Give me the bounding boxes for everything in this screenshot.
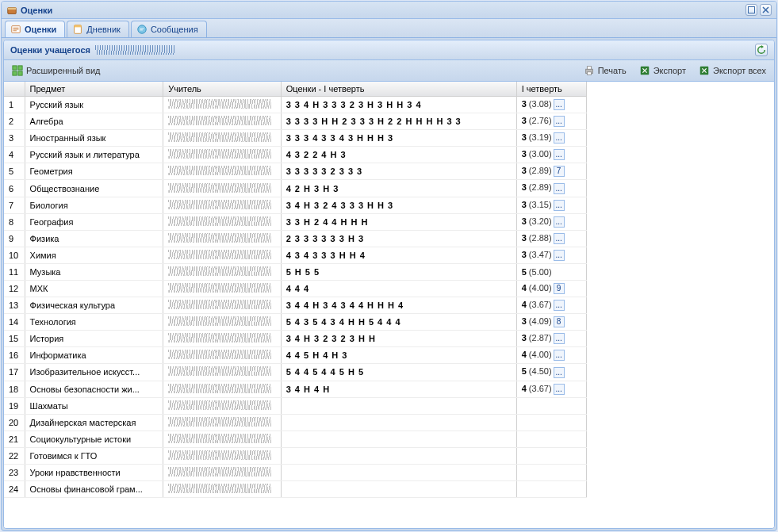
table-row[interactable]: 10Химия4 3 4 3 3 3 Н Н 43 (3.47)...: [4, 247, 587, 263]
col-teacher-header[interactable]: Учитель: [163, 82, 282, 97]
expand-icon: [12, 65, 23, 76]
table-row[interactable]: 21Социокультурные истоки: [4, 431, 587, 447]
table-row[interactable]: 17Изобразительное искусст...5 4 4 5 4 4 …: [4, 364, 587, 381]
row-number: 22: [4, 447, 25, 464]
tab-messages[interactable]: Сообщения: [131, 21, 207, 37]
teacher-cell: [163, 480, 282, 497]
quarter-extra-button[interactable]: ...: [554, 149, 565, 160]
subject-cell: История: [25, 331, 163, 347]
quarter-extra-button[interactable]: ...: [554, 233, 565, 244]
close-button[interactable]: [760, 4, 772, 16]
table-row[interactable]: 9Физика2 3 3 3 3 3 3 Н 33 (2.88)...: [4, 230, 587, 247]
quarter-extra-button[interactable]: ...: [554, 250, 565, 261]
teacher-name-obscured: [168, 266, 271, 276]
panel-title: Оценки учащегося: [10, 45, 90, 55]
table-row[interactable]: 3Иностранный язык3 3 3 4 3 3 4 3 Н Н Н 3…: [4, 130, 587, 147]
toolbar: Расширенный вид Печать Экспорт Экспорт в: [4, 60, 774, 82]
quarter-extra-button[interactable]: 8: [554, 316, 565, 327]
table-row[interactable]: 6Обществознание4 2 Н 3 Н 33 (2.89)...: [4, 180, 587, 197]
table-row[interactable]: 2Алгебра3 3 3 3 Н Н 2 3 3 3 Н 2 2 Н Н Н …: [4, 113, 587, 130]
quarter-extra-button[interactable]: ...: [554, 367, 565, 378]
teacher-name-obscured: [168, 200, 271, 209]
quarter-extra-button[interactable]: ...: [554, 183, 565, 194]
table-row[interactable]: 4Русский язык и литература4 3 2 2 4 Н 33…: [4, 147, 587, 163]
quarter-extra-button[interactable]: ...: [554, 350, 565, 361]
teacher-name-obscured: [168, 350, 271, 359]
col-subject-header[interactable]: Предмет: [25, 82, 163, 97]
quarter-extra-button[interactable]: ...: [554, 384, 565, 395]
subject-cell: Изобразительное искусст...: [25, 364, 163, 381]
teacher-cell: [163, 197, 282, 213]
row-number: 3: [4, 130, 25, 147]
expanded-view-button[interactable]: Расширенный вид: [9, 63, 103, 78]
col-num-header[interactable]: [4, 82, 25, 97]
subject-cell: Дизайнерская мастерская: [25, 414, 163, 431]
table-row[interactable]: 12МХК4 4 44 (4.00)9: [4, 280, 587, 297]
table-row[interactable]: 11Музыка5 Н 5 55 (5.00): [4, 263, 587, 280]
table-row[interactable]: 5Геометрия3 3 3 3 3 2 3 3 33 (2.89)7: [4, 163, 587, 180]
quarter-cell: 5 (5.00): [516, 263, 586, 280]
col-quarter-header[interactable]: I четверть: [516, 82, 586, 97]
table-row[interactable]: 24Основы финансовой грам...: [4, 480, 587, 497]
subject-cell: Музыка: [25, 263, 163, 280]
subject-cell: Технология: [25, 314, 163, 331]
marks-cell: 5 4 4 5 4 4 5 Н 5: [281, 364, 516, 381]
export-all-button[interactable]: Экспорт всех: [696, 63, 769, 78]
table-row[interactable]: 18Основы безопасности жи...3 4 Н 4 Н4 (3…: [4, 381, 587, 397]
subject-cell: География: [25, 213, 163, 230]
table-row[interactable]: 20Дизайнерская мастерская: [4, 414, 587, 431]
grid-scroll[interactable]: Предмет Учитель Оценки - I четверть I че…: [4, 82, 774, 528]
quarter-extra-button[interactable]: ...: [554, 99, 565, 110]
teacher-cell: [163, 230, 282, 247]
subject-cell: Иностранный язык: [25, 130, 163, 147]
quarter-extra-button[interactable]: ...: [554, 300, 565, 311]
table-row[interactable]: 1Русский язык3 3 4 Н 3 3 3 2 3 Н 3 Н Н 3…: [4, 97, 587, 113]
quarter-avg: (3.08): [529, 99, 552, 109]
quarter-cell: 3 (2.89)...: [516, 180, 586, 197]
teacher-cell: [163, 280, 282, 297]
teacher-name-obscured: [168, 417, 271, 427]
table-row[interactable]: 13Физическая культура3 4 4 Н 3 4 3 4 4 Н…: [4, 297, 587, 314]
row-number: 11: [4, 263, 25, 280]
marks-cell: 5 4 3 5 4 3 4 Н Н 5 4 4 4: [281, 314, 516, 331]
svg-rect-8: [18, 66, 22, 70]
tab-diary[interactable]: Дневник: [67, 21, 129, 37]
export-button[interactable]: Экспорт: [636, 63, 689, 78]
teacher-cell: [163, 464, 282, 480]
quarter-extra-button[interactable]: ...: [554, 132, 565, 144]
app-window: Оценки Оценки Дневник Сообщения: [1, 1, 777, 531]
table-row[interactable]: 7Биология3 4 Н 3 2 4 3 3 3 Н Н 33 (3.15)…: [4, 197, 587, 213]
table-row[interactable]: 23Уроки нравственности: [4, 464, 587, 480]
print-button[interactable]: Печать: [581, 63, 630, 78]
table-row[interactable]: 14Технология5 4 3 5 4 3 4 Н Н 5 4 4 43 (…: [4, 314, 587, 331]
table-row[interactable]: 22Готовимся к ГТО: [4, 447, 587, 464]
tab-grades[interactable]: Оценки: [5, 21, 65, 37]
quarter-extra-button[interactable]: ...: [554, 200, 565, 211]
quarter-grade: 3: [522, 116, 527, 125]
quarter-grade: 4: [522, 300, 527, 309]
quarter-avg: (4.00): [529, 350, 552, 359]
subject-cell: Русский язык и литература: [25, 147, 163, 163]
table-row[interactable]: 19Шахматы: [4, 397, 587, 414]
maximize-button[interactable]: [745, 4, 757, 16]
quarter-extra-button[interactable]: ...: [554, 216, 565, 228]
printer-icon: [584, 65, 595, 76]
marks-cell: 3 3 3 3 Н Н 2 3 3 3 Н 2 2 Н Н Н Н 3 3: [281, 113, 516, 130]
quarter-avg: (5.00): [529, 267, 552, 277]
grades-table: Предмет Учитель Оценки - I четверть I че…: [4, 82, 587, 498]
quarter-grade: 4: [522, 350, 527, 359]
quarter-extra-button[interactable]: 7: [554, 166, 565, 177]
quarter-extra-button[interactable]: ...: [554, 333, 565, 344]
refresh-button[interactable]: [755, 44, 768, 56]
table-row[interactable]: 8География3 3 Н 2 4 4 Н Н Н3 (3.20)...: [4, 213, 587, 230]
row-number: 24: [4, 480, 25, 497]
col-marks-header[interactable]: Оценки - I четверть: [281, 82, 516, 97]
table-row[interactable]: 16Информатика4 4 5 Н 4 Н 34 (4.00)...: [4, 347, 587, 364]
quarter-avg: (2.76): [529, 116, 552, 125]
quarter-extra-button[interactable]: 9: [554, 283, 565, 294]
quarter-grade: 3: [522, 132, 527, 142]
svg-rect-1: [8, 7, 17, 10]
table-row[interactable]: 15История3 4 Н 3 2 3 2 3 Н Н3 (2.87)...: [4, 331, 587, 347]
quarter-extra-button[interactable]: ...: [554, 116, 565, 127]
row-number: 19: [4, 397, 25, 414]
